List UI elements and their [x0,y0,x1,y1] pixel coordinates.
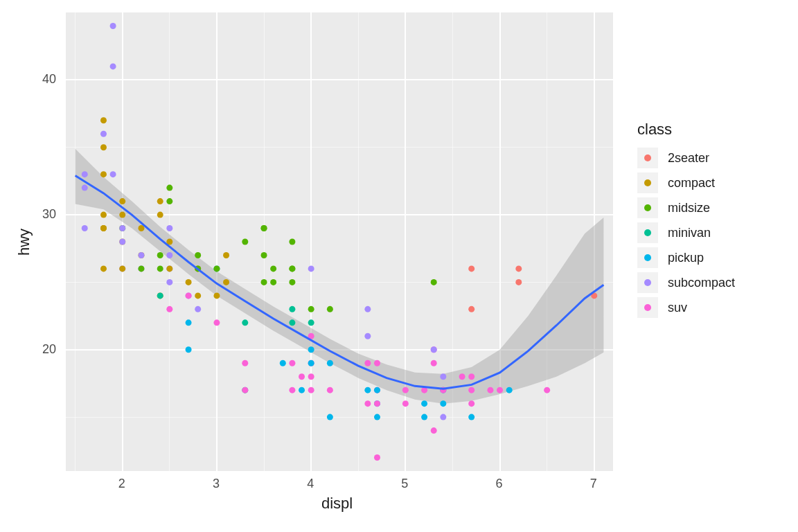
x-tick-label: 5 [401,477,408,491]
data-point [468,387,475,393]
legend-item: subcompact [637,270,735,295]
data-point [110,23,116,29]
y-axis-title: hwy [15,229,33,256]
data-point [261,279,267,285]
data-point [223,252,229,258]
data-point [242,239,248,245]
data-point [402,400,409,407]
legend-swatch [637,272,658,293]
legend-item: minivan [637,220,735,245]
legend-swatch [637,197,658,218]
data-point [431,427,437,434]
data-point [119,212,125,218]
data-point [157,212,163,218]
data-point [110,171,116,177]
data-point [289,239,295,245]
chart-figure: 234567 203040 displ hwy class 2seatercom… [0,0,798,532]
data-point [308,319,314,326]
x-axis-title: displ [321,495,353,513]
data-point [402,387,409,393]
data-point [487,387,493,393]
data-point [374,414,380,420]
x-tick-label: 3 [213,477,220,491]
data-point [119,239,125,245]
data-point [100,171,107,177]
data-point [213,319,220,326]
legend-label: compact [668,176,715,190]
y-tick-label: 40 [42,72,56,87]
x-tick-label: 4 [307,477,314,491]
data-point [100,265,107,272]
legend-label: pickup [668,251,704,265]
legend-swatch [637,247,658,268]
data-point [110,63,116,69]
data-point [327,306,333,312]
data-point [166,225,172,231]
data-point [468,400,475,407]
data-point [515,265,522,272]
data-point [308,360,314,366]
data-point [431,279,437,285]
legend-item: suv [637,295,735,320]
data-point [289,279,295,285]
legend-label: minivan [668,226,711,240]
y-tick-label: 30 [42,207,56,222]
data-point [364,306,371,312]
data-point [289,265,295,272]
data-point [506,387,513,393]
data-point [119,265,125,272]
data-point [459,373,466,380]
data-point [119,198,125,204]
data-point [468,373,475,380]
data-point [242,360,248,366]
data-point [374,387,380,393]
legend-swatch [637,172,658,193]
data-point [166,252,172,258]
data-point [421,414,427,420]
legend-label: subcompact [668,276,735,290]
data-point [213,265,220,272]
data-point [166,306,172,312]
data-point [364,360,371,366]
data-point [100,212,107,218]
legend-title: class [637,121,735,139]
data-point [327,360,333,366]
x-tick-label: 2 [118,477,125,491]
data-point [308,387,314,393]
data-point [308,373,314,380]
data-point [82,225,88,231]
data-point [421,400,427,407]
data-point [138,252,144,258]
data-point [289,319,295,326]
data-point [374,454,380,461]
data-point [440,414,446,420]
data-point [261,225,267,231]
data-point [100,225,107,231]
data-point [308,306,314,312]
data-point [223,279,229,285]
data-point [289,306,295,312]
data-point [157,252,163,258]
legend-swatch [637,297,658,318]
legend-swatch [637,222,658,243]
confidence-ribbon [76,149,604,404]
data-point [270,279,276,285]
data-point [82,185,88,191]
data-point [308,265,314,272]
data-point [327,387,333,393]
legend-label: midsize [668,201,710,215]
legend-item: compact [637,170,735,195]
data-point [186,319,192,326]
data-point [157,198,163,204]
data-point [544,387,550,393]
data-point [374,360,380,366]
data-point [327,414,333,420]
data-point [280,360,286,366]
legend-item: pickup [637,245,735,270]
data-point [515,279,522,285]
data-point [270,265,276,272]
data-point [364,400,371,407]
legend-label: 2seater [668,151,709,166]
data-point [186,346,192,353]
data-point [186,292,192,299]
